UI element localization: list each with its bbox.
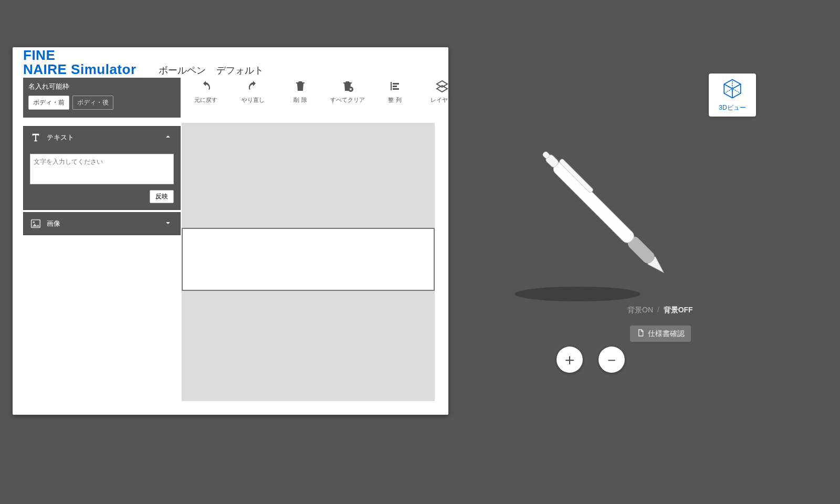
image-panel: 画像: [23, 212, 181, 235]
zoom-out-button[interactable]: －: [598, 346, 625, 373]
trash-icon: [293, 80, 308, 94]
layer-label: レイヤー: [430, 96, 454, 104]
svg-rect-7: [544, 153, 559, 168]
cube-3d-icon: [721, 78, 743, 101]
plus-icon: ＋: [562, 349, 578, 371]
image-panel-title: 画像: [47, 219, 60, 228]
chevron-down-icon: [163, 218, 173, 229]
layers-icon: [435, 80, 449, 94]
brand-line1: FINE: [23, 48, 136, 62]
chevron-up-icon: [163, 132, 173, 143]
align-button[interactable]: 整 列: [380, 80, 410, 104]
redo-button[interactable]: やり直し: [238, 80, 268, 104]
trash-clear-icon: [340, 80, 355, 94]
align-icon: [387, 80, 402, 94]
svg-rect-8: [542, 151, 551, 160]
print-area-title: 名入れ可能枠: [28, 82, 175, 91]
svg-point-2: [33, 221, 35, 223]
brand-line2: NAIRE Simulator: [23, 62, 136, 77]
background-off-button[interactable]: 背景OFF: [664, 306, 693, 314]
undo-button[interactable]: 元に戻す: [191, 80, 220, 104]
delete-button[interactable]: 削 除: [286, 80, 315, 104]
clear-all-label: すべてクリア: [330, 96, 365, 104]
side-panels: テキスト 反映 画像: [23, 126, 181, 237]
svg-rect-5: [551, 160, 636, 245]
separator: /: [657, 306, 659, 314]
spec-confirm-label: 仕様書確認: [648, 329, 685, 339]
text-panel-header[interactable]: テキスト: [24, 127, 180, 149]
product-3d-preview: [499, 105, 698, 310]
background-on-button[interactable]: 背景ON: [627, 306, 653, 314]
undo-label: 元に戻す: [194, 96, 217, 104]
text-panel-title: テキスト: [47, 133, 74, 142]
design-canvas[interactable]: [182, 123, 435, 401]
printable-area[interactable]: [182, 228, 435, 291]
product-label: ボールペン デフォルト: [159, 64, 264, 77]
text-panel: テキスト 反映: [23, 126, 181, 210]
view-3d-label: 3Dビュー: [719, 103, 746, 112]
apply-text-button[interactable]: 反映: [150, 190, 174, 203]
document-icon: [636, 329, 645, 339]
delete-label: 削 除: [293, 96, 307, 104]
zoom-in-button[interactable]: ＋: [556, 346, 583, 373]
layer-button[interactable]: レイヤー: [427, 80, 457, 104]
text-icon: [30, 132, 41, 143]
image-panel-header[interactable]: 画像: [24, 213, 180, 235]
background-toggle: 背景ON / 背景OFF: [627, 306, 693, 315]
spec-confirm-button[interactable]: 仕様書確認: [630, 326, 691, 342]
image-icon: [30, 218, 41, 229]
svg-rect-6: [559, 159, 593, 193]
brand-logo: FINE NAIRE Simulator: [23, 48, 136, 77]
body-back-button[interactable]: ボディ・後: [72, 96, 113, 110]
body-front-button[interactable]: ボディ・前: [28, 96, 69, 110]
product-name: ボールペン: [159, 65, 206, 76]
print-area-selector: 名入れ可能枠 ボディ・前 ボディ・後: [23, 78, 181, 118]
svg-rect-4: [626, 235, 657, 266]
clear-all-button[interactable]: すべてクリア: [333, 80, 362, 104]
align-label: 整 列: [388, 96, 401, 104]
toolbar: 元に戻す やり直し 削 除 すべてクリア: [191, 80, 457, 104]
product-variant: デフォルト: [216, 65, 264, 76]
minus-icon: －: [604, 349, 620, 371]
svg-point-3: [514, 287, 640, 301]
redo-icon: [246, 80, 260, 94]
view-3d-button[interactable]: 3Dビュー: [709, 74, 756, 117]
undo-icon: [198, 80, 213, 94]
redo-label: やり直し: [242, 96, 265, 104]
app-root: FINE NAIRE Simulator ボールペン デフォルト 名入れ可能枠 …: [0, 0, 840, 504]
text-input[interactable]: [30, 154, 174, 184]
text-panel-body: 反映: [24, 149, 180, 209]
editor-panel: FINE NAIRE Simulator ボールペン デフォルト 名入れ可能枠 …: [13, 47, 448, 415]
zoom-controls: ＋ －: [556, 346, 625, 373]
